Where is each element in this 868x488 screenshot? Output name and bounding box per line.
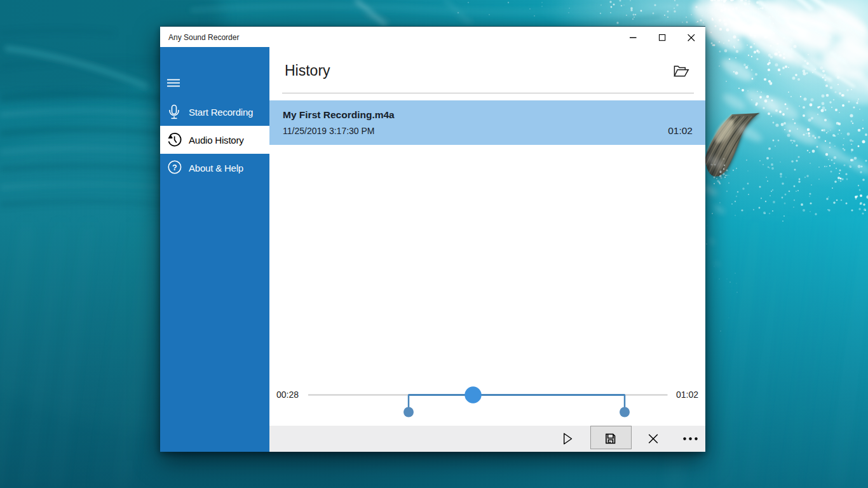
svg-text:?: ? <box>172 163 177 172</box>
